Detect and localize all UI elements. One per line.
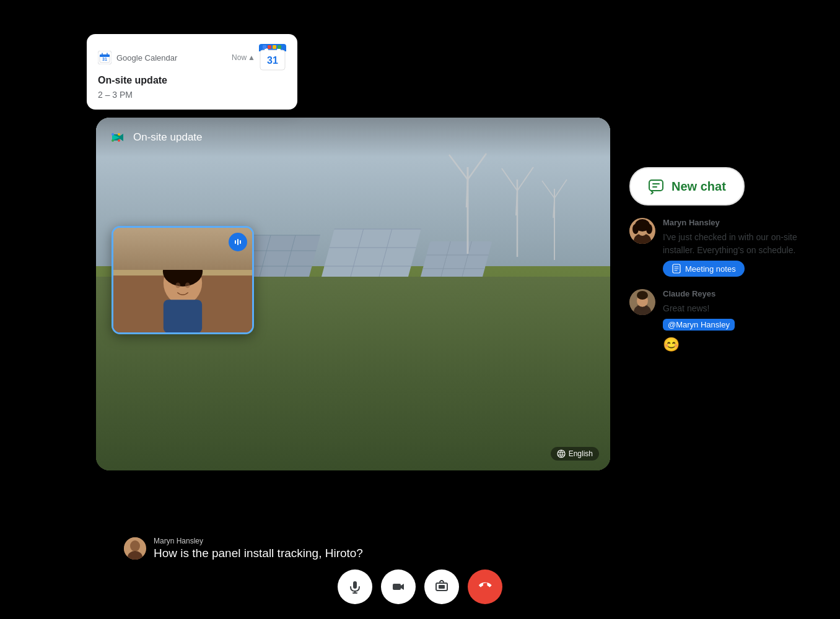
svg-point-80 [558, 450, 565, 457]
svg-line-71 [523, 384, 530, 470]
notification-header-left: 31 Google Calendar [98, 51, 177, 64]
caption-speaker-name: Maryn Hansley [154, 537, 363, 545]
chat-message-2: Claude Reyes Great news! @Maryn Hansley … [629, 289, 815, 353]
mention-text: @Maryn Hansley [668, 320, 730, 329]
svg-line-70 [288, 381, 297, 470]
svg-rect-53 [331, 390, 381, 446]
notification-subtitle: 2 – 3 PM [98, 90, 286, 100]
svg-line-72 [535, 374, 542, 470]
svg-rect-110 [649, 180, 663, 191]
svg-line-51 [553, 198, 554, 218]
claude-avatar [629, 289, 655, 315]
claude-message-content: Claude Reyes Great news! @Maryn Hansley … [663, 289, 735, 353]
google-meet-icon [110, 129, 127, 146]
svg-rect-104 [353, 581, 357, 589]
svg-line-64 [146, 371, 155, 470]
camera-button[interactable] [381, 569, 416, 604]
svg-rect-86 [120, 236, 131, 261]
svg-rect-100 [240, 240, 241, 244]
present-button[interactable] [424, 569, 459, 604]
maryn-avatar-img [629, 218, 655, 244]
svg-rect-34 [419, 241, 492, 282]
chat-message-1: Maryn Hansley I've just checked in with … [629, 218, 815, 277]
svg-line-63 [127, 378, 133, 470]
chat-panel: New chat Maryn Hansley I've just checked… [629, 167, 815, 353]
svg-rect-109 [439, 585, 445, 589]
svg-point-76 [112, 133, 114, 136]
svg-rect-27 [320, 229, 421, 285]
svg-rect-107 [393, 584, 401, 590]
meeting-notes-icon [672, 264, 681, 274]
svg-line-68 [232, 378, 242, 470]
self-view-pip [112, 226, 254, 334]
svg-line-69 [256, 390, 263, 470]
present-icon [435, 580, 448, 594]
svg-line-46 [517, 167, 533, 191]
svg-line-36 [461, 241, 471, 282]
svg-line-49 [542, 181, 554, 198]
maryn-message-content: Maryn Hansley I've just checked in with … [663, 218, 815, 277]
svg-line-35 [440, 241, 450, 282]
svg-rect-57 [376, 396, 393, 439]
notification-source: Google Calendar [116, 53, 177, 63]
new-chat-button[interactable]: New chat [629, 167, 745, 206]
emoji-reaction: 😊 [663, 337, 735, 353]
svg-line-42 [468, 154, 486, 180]
caption-avatar [124, 537, 146, 560]
svg-rect-88 [141, 235, 153, 261]
end-call-icon [478, 579, 492, 594]
svg-rect-56 [319, 396, 336, 439]
audio-waves-icon [233, 237, 243, 247]
end-call-button[interactable] [468, 569, 502, 604]
svg-point-118 [632, 224, 639, 234]
svg-rect-14 [268, 45, 271, 49]
svg-rect-89 [154, 238, 164, 261]
caption-bar: Maryn Hansley How is the panel install t… [124, 537, 363, 560]
svg-line-67 [206, 387, 214, 470]
notification-time: Now ▲ [232, 53, 255, 62]
svg-rect-60 [325, 430, 375, 461]
language-badge: English [551, 447, 599, 461]
svg-point-77 [112, 139, 114, 142]
svg-line-50 [554, 180, 567, 198]
mic-icon [348, 580, 362, 594]
notification-card: 31 Google Calendar Now ▲ 31 [87, 34, 297, 110]
svg-rect-62 [328, 433, 372, 457]
svg-line-45 [502, 168, 517, 191]
svg-point-96 [175, 282, 180, 288]
svg-point-79 [118, 139, 120, 142]
svg-rect-13 [263, 45, 266, 49]
svg-line-24 [258, 235, 271, 282]
svg-text:31: 31 [102, 57, 107, 61]
meeting-notes-chip-label: Meeting notes [685, 264, 736, 274]
language-label: English [569, 449, 593, 458]
settings-icon [557, 449, 566, 458]
svg-rect-94 [164, 300, 202, 333]
maryn-sender-name: Maryn Hansley [663, 218, 815, 227]
meeting-notes-chip[interactable]: Meeting notes [663, 261, 745, 277]
svg-line-43 [466, 180, 468, 207]
svg-point-58 [338, 361, 375, 400]
camera-icon [392, 580, 405, 594]
caption-message-text: How is the panel install tracking, Hirot… [154, 547, 363, 560]
svg-rect-16 [278, 45, 281, 49]
caption-text-block: Maryn Hansley How is the panel install t… [154, 537, 363, 560]
claude-message-text: Great news! [663, 302, 735, 315]
video-title: On-site update [133, 131, 203, 144]
svg-rect-55 [331, 424, 381, 429]
mic-button[interactable] [338, 569, 372, 604]
svg-rect-90 [210, 233, 223, 261]
svg-rect-98 [235, 240, 236, 244]
svg-line-41 [449, 155, 468, 180]
svg-point-97 [185, 282, 190, 288]
mention-chip: @Maryn Hansley [663, 319, 735, 331]
claude-sender-name: Claude Reyes [663, 289, 735, 298]
svg-line-25 [283, 235, 295, 282]
audio-indicator [229, 233, 247, 251]
svg-line-31 [349, 229, 364, 285]
svg-point-78 [118, 133, 120, 136]
calendar-badge: 31 [259, 44, 286, 71]
maryn-avatar [629, 218, 655, 244]
svg-point-95 [163, 256, 203, 287]
svg-point-127 [637, 291, 648, 300]
